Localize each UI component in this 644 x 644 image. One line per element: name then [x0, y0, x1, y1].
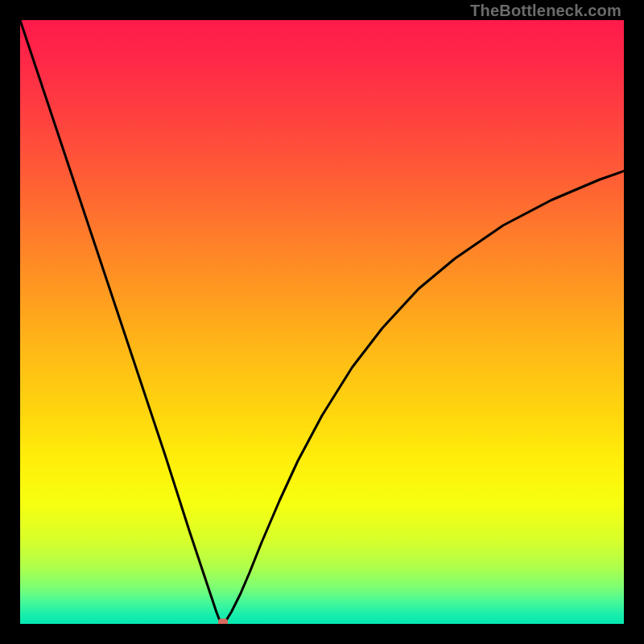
watermark-text: TheBottleneck.com — [470, 2, 621, 20]
curve-layer — [20, 20, 624, 624]
optimum-marker — [218, 619, 228, 625]
chart-frame: TheBottleneck.com — [0, 0, 644, 644]
bottleneck-curve — [20, 20, 624, 624]
plot-area — [20, 20, 624, 624]
